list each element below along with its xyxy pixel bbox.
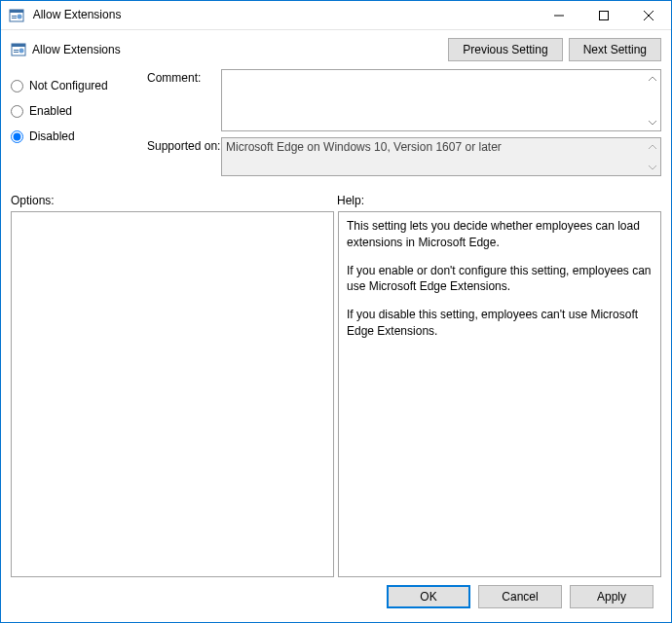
scroll-down-icon[interactable] [644,115,660,128]
radio-label: Not Configured [29,79,108,92]
close-button[interactable] [626,1,671,30]
supported-on-label: Supported on: [147,137,221,176]
comment-label: Comment: [147,69,221,131]
radio-enabled[interactable]: Enabled [11,98,137,124]
scroll-up-icon[interactable] [644,72,660,86]
apply-button[interactable]: Apply [570,585,653,608]
options-label: Options: [11,194,337,207]
next-setting-button[interactable]: Next Setting [569,38,661,61]
help-paragraph: If you disable this setting, employees c… [347,307,653,340]
scroll-up-icon[interactable] [644,140,660,154]
footer: OK Cancel Apply [11,577,661,616]
window-frame: Allow Extensions Allow Extensions Previo… [0,0,672,623]
help-label: Help: [337,194,364,207]
titlebar[interactable]: Allow Extensions [1,1,671,30]
policy-title: Allow Extensions [11,42,442,57]
window-title: Allow Extensions [9,8,537,23]
minimize-button[interactable] [537,1,581,30]
cancel-button[interactable]: Cancel [478,585,562,608]
scrollbar[interactable] [644,138,660,175]
policy-icon [9,8,24,23]
svg-rect-3 [12,18,17,18]
svg-rect-2 [12,16,17,17]
scrollbar[interactable] [644,70,660,130]
svg-rect-6 [600,11,609,19]
options-pane [11,211,334,577]
radio-not-configured[interactable]: Not Configured [11,73,137,98]
radio-label: Enabled [29,104,72,118]
ok-button[interactable]: OK [387,585,470,608]
maximize-button[interactable] [581,1,626,30]
comment-textarea[interactable] [221,69,661,131]
svg-rect-11 [14,50,19,51]
scroll-down-icon[interactable] [644,160,660,173]
subheader: Allow Extensions Previous Setting Next S… [1,30,671,69]
radio-disabled[interactable]: Disabled [11,124,137,149]
previous-setting-button[interactable]: Previous Setting [448,38,562,61]
dialog-body: Not Configured Enabled Disabled Comment: [1,69,671,622]
help-paragraph: If you enable or don't configure this se… [347,263,653,296]
help-paragraph: This setting lets you decide whether emp… [347,218,653,251]
state-radio-group: Not Configured Enabled Disabled [11,69,137,182]
policy-icon [11,42,26,57]
radio-label: Disabled [29,129,75,143]
svg-rect-12 [14,52,19,53]
supported-on-textarea: Microsoft Edge on Windows 10, Version 16… [221,137,661,176]
svg-point-13 [19,49,24,54]
svg-point-4 [18,14,22,18]
help-pane: This setting lets you decide whether emp… [338,211,661,577]
svg-rect-1 [10,10,23,13]
svg-rect-10 [12,44,25,47]
